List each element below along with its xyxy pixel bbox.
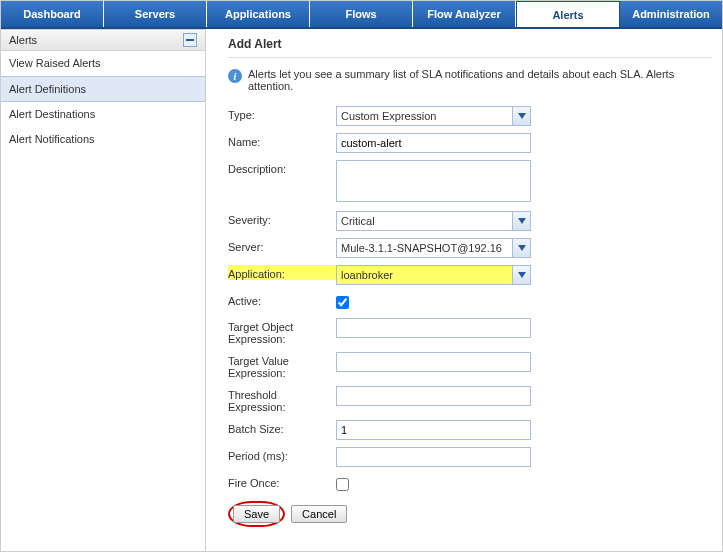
info-text: Alerts let you see a summary list of SLA… [248, 68, 712, 92]
minus-icon [186, 39, 194, 41]
chevron-down-icon [512, 107, 530, 125]
type-select[interactable]: Custom Expression [336, 106, 531, 126]
tab-servers[interactable]: Servers [104, 1, 207, 27]
top-nav: Dashboard Servers Applications Flows Flo… [1, 1, 722, 29]
chevron-down-icon [512, 239, 530, 257]
tab-applications[interactable]: Applications [207, 1, 310, 27]
server-label: Server: [228, 238, 336, 253]
server-value: Mule-3.1.1-SNAPSHOT@192.16 [341, 242, 526, 254]
save-button[interactable]: Save [233, 505, 280, 523]
sidebar-item-view-raised-alerts[interactable]: View Raised Alerts [1, 51, 205, 76]
application-label: Application: [228, 265, 336, 280]
description-input[interactable] [336, 160, 531, 202]
chevron-down-icon [512, 212, 530, 230]
server-select[interactable]: Mule-3.1.1-SNAPSHOT@192.16 [336, 238, 531, 258]
target-value-label: Target Value Expression: [228, 352, 336, 379]
sidebar-item-alert-notifications[interactable]: Alert Notifications [1, 127, 205, 152]
severity-select[interactable]: Critical [336, 211, 531, 231]
description-label: Description: [228, 160, 336, 175]
period-input[interactable] [336, 447, 531, 467]
page-title: Add Alert [228, 37, 712, 58]
name-input[interactable] [336, 133, 531, 153]
tab-flows[interactable]: Flows [310, 1, 413, 27]
info-banner: i Alerts let you see a summary list of S… [228, 68, 712, 92]
application-select[interactable]: loanbroker [336, 265, 531, 285]
tab-administration[interactable]: Administration [620, 1, 722, 27]
save-highlight-ring: Save [228, 501, 285, 527]
content: Add Alert i Alerts let you see a summary… [206, 29, 722, 551]
sidebar-header: Alerts [1, 29, 205, 51]
name-label: Name: [228, 133, 336, 148]
button-row: Save Cancel [228, 501, 712, 527]
fire-once-checkbox[interactable] [336, 478, 349, 491]
fire-once-label: Fire Once: [228, 474, 336, 489]
sidebar-title: Alerts [9, 34, 37, 46]
chevron-down-icon [512, 266, 530, 284]
type-value: Custom Expression [341, 110, 526, 122]
sidebar-item-alert-destinations[interactable]: Alert Destinations [1, 102, 205, 127]
target-value-input[interactable] [336, 352, 531, 372]
application-value: loanbroker [341, 269, 526, 281]
sidebar: Alerts View Raised Alerts Alert Definiti… [1, 29, 206, 551]
target-object-input[interactable] [336, 318, 531, 338]
active-label: Active: [228, 292, 336, 307]
target-object-label: Target Object Expression: [228, 318, 336, 345]
period-label: Period (ms): [228, 447, 336, 462]
threshold-input[interactable] [336, 386, 531, 406]
severity-value: Critical [341, 215, 526, 227]
threshold-label: Threshold Expression: [228, 386, 336, 413]
tab-alerts[interactable]: Alerts [516, 1, 620, 27]
sidebar-collapse-button[interactable] [183, 33, 197, 47]
active-checkbox[interactable] [336, 296, 349, 309]
batch-size-label: Batch Size: [228, 420, 336, 435]
batch-size-input[interactable] [336, 420, 531, 440]
cancel-button[interactable]: Cancel [291, 505, 347, 523]
type-label: Type: [228, 106, 336, 121]
severity-label: Severity: [228, 211, 336, 226]
info-icon: i [228, 69, 242, 83]
sidebar-item-alert-definitions[interactable]: Alert Definitions [1, 76, 205, 102]
tab-dashboard[interactable]: Dashboard [1, 1, 104, 27]
tab-flow-analyzer[interactable]: Flow Analyzer [413, 1, 516, 27]
